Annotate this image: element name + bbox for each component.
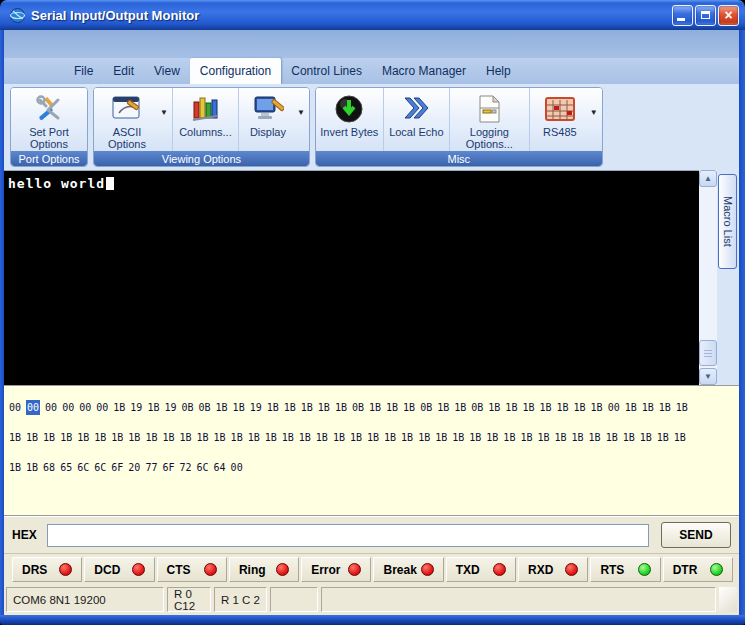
indicator-rts[interactable]: RTS	[590, 557, 660, 582]
hex-byte[interactable]: 1B	[111, 432, 123, 443]
hex-byte[interactable]: 1B	[537, 432, 549, 443]
hex-byte[interactable]: 00	[62, 402, 74, 413]
hex-byte[interactable]: 6C	[197, 462, 209, 473]
hex-byte[interactable]: 6F	[162, 462, 174, 473]
hex-byte[interactable]: 00	[608, 402, 620, 413]
hex-byte[interactable]: 00	[26, 400, 40, 415]
hex-byte[interactable]: 1B	[231, 432, 243, 443]
hex-byte[interactable]: 1B	[145, 432, 157, 443]
hex-byte[interactable]: 1B	[265, 432, 277, 443]
hex-byte[interactable]: 1B	[555, 432, 567, 443]
hex-byte[interactable]: 1B	[350, 432, 362, 443]
terminal-scrollbar[interactable]: ▲ ▼	[699, 170, 717, 385]
hex-byte[interactable]: 1B	[488, 402, 500, 413]
hex-byte[interactable]: 1B	[128, 432, 140, 443]
hex-byte[interactable]: 64	[214, 462, 226, 473]
hex-byte[interactable]: 19	[250, 402, 262, 413]
hex-byte[interactable]: 1B	[60, 432, 72, 443]
hex-byte[interactable]: 1B	[557, 402, 569, 413]
hex-byte[interactable]: 1B	[147, 402, 159, 413]
hex-byte[interactable]: 0B	[352, 402, 364, 413]
scrollbar-thumb[interactable]	[699, 340, 717, 366]
ascii-options-dropdown-arrow[interactable]: ▼	[160, 88, 173, 151]
hex-byte[interactable]: 77	[145, 462, 157, 473]
hex-byte[interactable]: 1B	[284, 402, 296, 413]
rs485-dropdown-arrow[interactable]: ▼	[590, 88, 602, 151]
hex-byte[interactable]: 1B	[384, 432, 396, 443]
hex-dump-view[interactable]: 0000000000001B191B190B0B1B1B191B1B1B1B1B…	[4, 385, 739, 516]
hex-byte[interactable]: 1B	[333, 432, 345, 443]
hex-byte[interactable]: 1B	[316, 432, 328, 443]
hex-byte[interactable]: 1B	[369, 402, 381, 413]
maximize-button[interactable]	[695, 5, 716, 26]
hex-byte[interactable]: 1B	[437, 402, 449, 413]
columns-button[interactable]: Columns...	[173, 88, 239, 151]
hex-byte[interactable]: 6C	[77, 462, 89, 473]
hex-byte[interactable]: 00	[45, 402, 57, 413]
indicator-dtr[interactable]: DTR	[663, 557, 733, 582]
display-dropdown-arrow[interactable]: ▼	[297, 88, 309, 151]
hex-byte[interactable]: 1B	[77, 432, 89, 443]
hex-byte[interactable]: 0B	[471, 402, 483, 413]
hex-byte[interactable]: 0B	[199, 402, 211, 413]
hex-byte[interactable]: 1B	[642, 402, 654, 413]
hex-byte[interactable]: 1B	[469, 432, 481, 443]
hex-byte[interactable]: 6F	[111, 462, 123, 473]
hex-byte[interactable]: 1B	[657, 432, 669, 443]
hex-byte[interactable]: 1B	[248, 432, 260, 443]
hex-byte[interactable]: 1B	[43, 432, 55, 443]
menu-item-control-lines[interactable]: Control Lines	[281, 58, 372, 84]
hex-byte[interactable]: 00	[9, 402, 21, 413]
hex-byte[interactable]: 19	[164, 402, 176, 413]
send-button[interactable]: SEND	[661, 522, 731, 548]
hex-byte[interactable]: 1B	[591, 402, 603, 413]
hex-byte[interactable]: 0B	[181, 402, 193, 413]
hex-byte[interactable]: 1B	[401, 432, 413, 443]
hex-byte[interactable]: 1B	[367, 432, 379, 443]
hex-byte[interactable]: 1B	[522, 402, 534, 413]
hex-byte[interactable]: 1B	[162, 432, 174, 443]
hex-byte[interactable]: 1B	[9, 462, 21, 473]
hex-byte[interactable]: 00	[231, 462, 243, 473]
hex-byte[interactable]: 1B	[299, 432, 311, 443]
menu-item-view[interactable]: View	[144, 58, 190, 84]
hex-byte[interactable]: 1B	[216, 402, 228, 413]
hex-byte[interactable]: 1B	[486, 432, 498, 443]
hex-byte[interactable]: 6C	[94, 462, 106, 473]
macro-list-tab[interactable]: Macro List	[718, 174, 737, 269]
hex-byte[interactable]: 1B	[623, 432, 635, 443]
minimize-button[interactable]	[672, 5, 693, 26]
hex-byte[interactable]: 1B	[589, 432, 601, 443]
menu-item-configuration[interactable]: Configuration	[190, 58, 281, 84]
display-button[interactable]: Display	[239, 88, 297, 151]
hex-byte[interactable]: 1B	[659, 402, 671, 413]
set-port-options-button[interactable]: Set Port Options	[11, 88, 87, 151]
menu-item-macro-manager[interactable]: Macro Manager	[372, 58, 476, 84]
hex-byte[interactable]: 1B	[301, 402, 313, 413]
hex-byte[interactable]: 1B	[282, 432, 294, 443]
hex-byte[interactable]: 20	[128, 462, 140, 473]
local-echo-button[interactable]: Local Echo	[384, 88, 450, 151]
resize-grip[interactable]	[719, 587, 737, 612]
hex-byte[interactable]: 1B	[676, 402, 688, 413]
menu-item-file[interactable]: File	[64, 58, 103, 84]
hex-byte[interactable]: 00	[96, 402, 108, 413]
logging-options-button[interactable]: Logging Options...	[450, 88, 530, 151]
hex-byte[interactable]: 1B	[386, 402, 398, 413]
hex-byte[interactable]: 1B	[318, 402, 330, 413]
hex-byte[interactable]: 1B	[674, 432, 686, 443]
scroll-down-button[interactable]: ▼	[699, 368, 717, 385]
hex-byte[interactable]: 1B	[454, 402, 466, 413]
hex-byte[interactable]: 1B	[233, 402, 245, 413]
hex-input[interactable]	[47, 524, 649, 547]
hex-byte[interactable]: 1B	[572, 432, 584, 443]
menu-item-edit[interactable]: Edit	[103, 58, 144, 84]
hex-byte[interactable]: 1B	[640, 432, 652, 443]
hex-byte[interactable]: 1B	[574, 402, 586, 413]
hex-byte[interactable]: 65	[60, 462, 72, 473]
hex-byte[interactable]: 1B	[26, 432, 38, 443]
menu-item-help[interactable]: Help	[476, 58, 521, 84]
ascii-options-button[interactable]: ASCII Options	[94, 88, 160, 151]
hex-byte[interactable]: 1B	[503, 432, 515, 443]
title-bar[interactable]: Serial Input/Output Monitor ×	[0, 0, 745, 30]
